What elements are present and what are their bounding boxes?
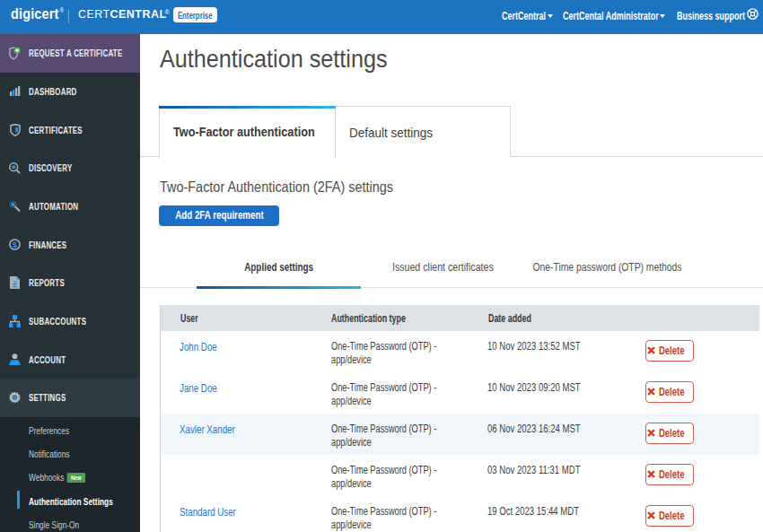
svg-text:$: $ bbox=[13, 240, 17, 249]
